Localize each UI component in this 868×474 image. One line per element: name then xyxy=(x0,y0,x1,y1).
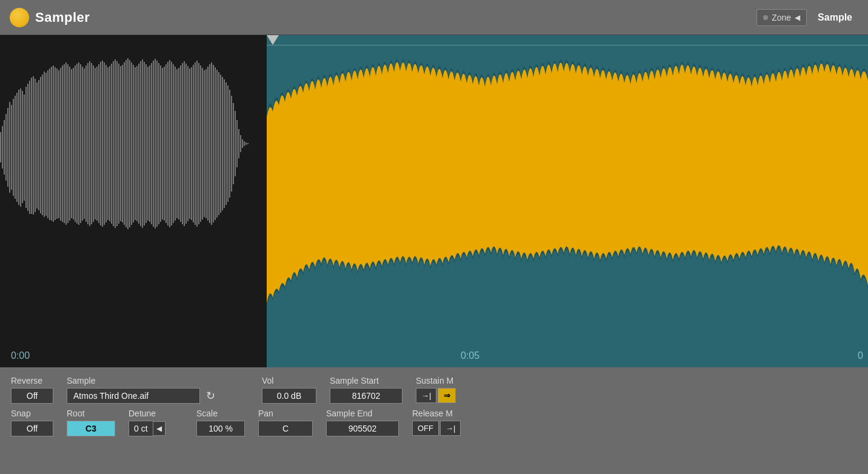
svg-rect-49 xyxy=(89,61,90,226)
active-waveform-svg xyxy=(267,35,868,367)
svg-rect-18 xyxy=(33,76,34,215)
release-mode-group: Release M OFF →| xyxy=(412,409,473,436)
svg-rect-57 xyxy=(104,62,105,225)
sustain-arrow-button[interactable]: →| xyxy=(416,388,436,403)
svg-rect-116 xyxy=(211,62,212,225)
zone-button[interactable]: Zone ◀ xyxy=(756,9,807,26)
detune-arrow-icon[interactable]: ◀ xyxy=(153,421,165,436)
svg-rect-10 xyxy=(18,90,19,205)
svg-rect-20 xyxy=(36,82,38,209)
sample-start-group: Sample Start 816702 xyxy=(330,376,402,404)
reverse-button[interactable]: Off xyxy=(11,388,53,404)
svg-rect-36 xyxy=(65,62,67,225)
waveform-display[interactable]: 0:00 0:05 0 xyxy=(0,35,868,367)
svg-rect-99 xyxy=(180,65,181,222)
sample-end-label: Sample End xyxy=(326,409,399,418)
svg-rect-110 xyxy=(200,65,201,222)
detune-button[interactable]: 0 ct xyxy=(129,421,153,436)
svg-rect-17 xyxy=(31,78,32,214)
root-button[interactable]: C3 xyxy=(67,421,115,436)
release-mode-label: Release M xyxy=(412,409,473,418)
controls-panel: Reverse Off Sample Atmos Third One.aif ↻… xyxy=(0,367,868,474)
svg-rect-26 xyxy=(47,70,48,218)
vol-label: Vol xyxy=(262,376,316,386)
svg-rect-114 xyxy=(207,67,209,221)
release-arrow-button[interactable]: →| xyxy=(440,421,461,436)
svg-rect-4 xyxy=(7,108,8,187)
svg-rect-37 xyxy=(67,64,68,223)
svg-rect-23 xyxy=(42,75,43,215)
svg-rect-63 xyxy=(115,59,116,228)
scale-button[interactable]: 100 % xyxy=(196,421,245,436)
svg-rect-85 xyxy=(155,59,156,229)
detune-group: Detune 0 ct ◀ xyxy=(129,409,183,436)
svg-rect-117 xyxy=(213,65,214,222)
svg-rect-128 xyxy=(233,103,234,184)
sample-file-button[interactable]: Atmos Third One.aif xyxy=(67,388,200,404)
svg-rect-69 xyxy=(125,60,127,227)
reverse-group: Reverse Off xyxy=(11,376,53,404)
app-title: Sampler xyxy=(35,10,90,25)
svg-rect-130 xyxy=(236,120,238,167)
svg-rect-42 xyxy=(76,64,78,224)
pan-group: Pan C xyxy=(258,409,313,436)
controls-row1-labels: Reverse Off Sample Atmos Third One.aif ↻… xyxy=(11,376,857,404)
svg-rect-106 xyxy=(193,65,194,222)
svg-rect-109 xyxy=(198,63,199,224)
svg-rect-12 xyxy=(22,91,23,203)
svg-rect-22 xyxy=(40,77,41,213)
svg-rect-126 xyxy=(229,90,230,198)
sample-tab[interactable]: Sample xyxy=(812,9,858,26)
sample-group: Sample Atmos Third One.aif ↻ xyxy=(67,376,249,404)
svg-rect-35 xyxy=(64,64,65,223)
svg-rect-75 xyxy=(136,66,138,221)
svg-rect-65 xyxy=(118,64,119,224)
svg-rect-121 xyxy=(220,75,221,213)
svg-rect-118 xyxy=(215,67,216,220)
svg-rect-86 xyxy=(156,61,158,227)
svg-rect-27 xyxy=(49,68,50,220)
sample-end-button[interactable]: 905502 xyxy=(326,421,399,436)
svg-rect-46 xyxy=(84,68,85,219)
header-right: Zone ◀ Sample xyxy=(756,9,858,26)
svg-rect-47 xyxy=(85,65,87,222)
waveform-pre-region xyxy=(0,35,267,367)
svg-rect-83 xyxy=(151,63,152,224)
svg-rect-62 xyxy=(113,61,114,226)
svg-rect-56 xyxy=(102,61,103,227)
pan-button[interactable]: C xyxy=(258,421,313,436)
sample-start-button[interactable]: 816702 xyxy=(330,388,402,404)
release-off-button[interactable]: OFF xyxy=(412,421,439,436)
timeline-bar xyxy=(267,45,868,45)
svg-rect-3 xyxy=(5,114,7,181)
svg-rect-103 xyxy=(187,66,189,221)
svg-rect-19 xyxy=(35,79,36,212)
zone-label: Zone xyxy=(772,13,791,22)
time-label-0: 0:00 xyxy=(11,350,30,361)
sustain-loop-button[interactable]: ⇒ xyxy=(438,388,456,403)
header: Sampler Zone ◀ Sample xyxy=(0,0,868,35)
svg-rect-8 xyxy=(15,96,16,199)
svg-rect-5 xyxy=(9,102,10,193)
svg-rect-133 xyxy=(242,139,243,148)
reload-sample-button[interactable]: ↻ xyxy=(202,388,219,404)
svg-rect-52 xyxy=(95,68,96,219)
svg-rect-45 xyxy=(82,67,83,221)
vol-button[interactable]: 0.0 dB xyxy=(262,388,316,404)
svg-rect-96 xyxy=(175,67,176,221)
svg-rect-66 xyxy=(120,66,121,221)
sustain-mode-label: Sustain M xyxy=(416,376,476,386)
svg-rect-119 xyxy=(216,70,218,218)
snap-button[interactable]: Off xyxy=(11,421,53,436)
svg-rect-98 xyxy=(178,68,179,219)
svg-rect-115 xyxy=(209,64,210,223)
svg-rect-24 xyxy=(44,72,45,217)
svg-rect-30 xyxy=(55,67,56,220)
sample-end-group: Sample End 905502 xyxy=(326,409,399,436)
svg-rect-125 xyxy=(227,85,229,202)
svg-rect-74 xyxy=(135,67,136,220)
root-label: Root xyxy=(67,409,115,418)
svg-rect-88 xyxy=(160,65,161,222)
svg-rect-78 xyxy=(142,59,143,228)
svg-rect-105 xyxy=(191,67,192,220)
